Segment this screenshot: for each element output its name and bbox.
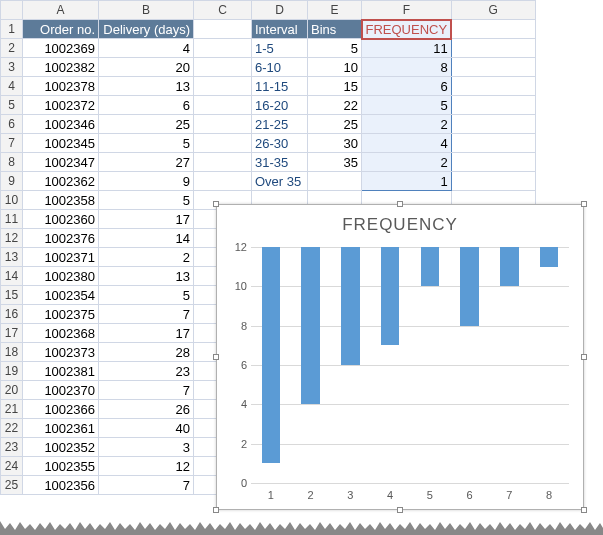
cell-A20[interactable]: 1002370: [23, 381, 99, 400]
cell-C9[interactable]: [194, 172, 252, 191]
cell-G7[interactable]: [451, 134, 535, 153]
cell-A4[interactable]: 1002378: [23, 77, 99, 96]
cell-B15[interactable]: 5: [99, 286, 194, 305]
col-header-F[interactable]: F: [362, 1, 452, 20]
cell-B4[interactable]: 13: [99, 77, 194, 96]
row-header[interactable]: 15: [1, 286, 23, 305]
cell-G3[interactable]: [451, 58, 535, 77]
cell-D2[interactable]: 1-5: [252, 39, 308, 58]
row-header[interactable]: 20: [1, 381, 23, 400]
cell-F3[interactable]: 8: [362, 58, 452, 77]
cell-A8[interactable]: 1002347: [23, 153, 99, 172]
cell-B16[interactable]: 7: [99, 305, 194, 324]
cell-B7[interactable]: 5: [99, 134, 194, 153]
row-header[interactable]: 21: [1, 400, 23, 419]
bar[interactable]: [341, 247, 359, 365]
cell-E3[interactable]: 10: [308, 58, 362, 77]
col-header-G[interactable]: G: [451, 1, 535, 20]
bar[interactable]: [301, 247, 319, 404]
cell-C2[interactable]: [194, 39, 252, 58]
cell-D8[interactable]: 31-35: [252, 153, 308, 172]
cell-E6[interactable]: 25: [308, 115, 362, 134]
cell-F4[interactable]: 6: [362, 77, 452, 96]
cell-F7[interactable]: 4: [362, 134, 452, 153]
cell-D9[interactable]: Over 35: [252, 172, 308, 191]
frequency-chart[interactable]: FREQUENCY 02468101212345678: [216, 204, 584, 510]
cell-F8[interactable]: 2: [362, 153, 452, 172]
cell-D7[interactable]: 26-30: [252, 134, 308, 153]
cell-B1[interactable]: Delivery (days): [99, 20, 194, 39]
cell-F1[interactable]: FREQUENCY: [362, 20, 452, 39]
row-header[interactable]: 10: [1, 191, 23, 210]
cell-B11[interactable]: 17: [99, 210, 194, 229]
cell-G9[interactable]: [451, 172, 535, 191]
cell-B14[interactable]: 13: [99, 267, 194, 286]
cell-A3[interactable]: 1002382: [23, 58, 99, 77]
cell-C4[interactable]: [194, 77, 252, 96]
cell-A10[interactable]: 1002358: [23, 191, 99, 210]
resize-handle[interactable]: [213, 201, 219, 207]
cell-B2[interactable]: 4: [99, 39, 194, 58]
resize-handle[interactable]: [581, 507, 587, 513]
row-header[interactable]: 2: [1, 39, 23, 58]
cell-A24[interactable]: 1002355: [23, 457, 99, 476]
cell-B3[interactable]: 20: [99, 58, 194, 77]
cell-B13[interactable]: 2: [99, 248, 194, 267]
cell-F9[interactable]: 1: [362, 172, 452, 191]
cell-B19[interactable]: 23: [99, 362, 194, 381]
cell-A13[interactable]: 1002371: [23, 248, 99, 267]
cell-E2[interactable]: 5: [308, 39, 362, 58]
cell-D5[interactable]: 16-20: [252, 96, 308, 115]
row-header[interactable]: 5: [1, 96, 23, 115]
cell-D3[interactable]: 6-10: [252, 58, 308, 77]
row-header[interactable]: 8: [1, 153, 23, 172]
resize-handle[interactable]: [397, 507, 403, 513]
cell-A17[interactable]: 1002368: [23, 324, 99, 343]
bar[interactable]: [500, 247, 518, 286]
row-header[interactable]: 7: [1, 134, 23, 153]
cell-A6[interactable]: 1002346: [23, 115, 99, 134]
cell-G5[interactable]: [451, 96, 535, 115]
cell-A21[interactable]: 1002366: [23, 400, 99, 419]
cell-A19[interactable]: 1002381: [23, 362, 99, 381]
cell-E8[interactable]: 35: [308, 153, 362, 172]
row-header[interactable]: 3: [1, 58, 23, 77]
cell-A12[interactable]: 1002376: [23, 229, 99, 248]
cell-B8[interactable]: 27: [99, 153, 194, 172]
cell-D4[interactable]: 11-15: [252, 77, 308, 96]
cell-A5[interactable]: 1002372: [23, 96, 99, 115]
cell-B20[interactable]: 7: [99, 381, 194, 400]
cell-C7[interactable]: [194, 134, 252, 153]
bar[interactable]: [460, 247, 478, 326]
cell-A1[interactable]: Order no.: [23, 20, 99, 39]
cell-F2[interactable]: 11: [362, 39, 452, 58]
bar[interactable]: [540, 247, 558, 267]
cell-G6[interactable]: [451, 115, 535, 134]
cell-G2[interactable]: [451, 39, 535, 58]
cell-F6[interactable]: 2: [362, 115, 452, 134]
cell-D6[interactable]: 21-25: [252, 115, 308, 134]
cell-B12[interactable]: 14: [99, 229, 194, 248]
cell-A23[interactable]: 1002352: [23, 438, 99, 457]
cell-E5[interactable]: 22: [308, 96, 362, 115]
row-header[interactable]: 17: [1, 324, 23, 343]
cell-E7[interactable]: 30: [308, 134, 362, 153]
bar[interactable]: [421, 247, 439, 286]
row-header[interactable]: 22: [1, 419, 23, 438]
cell-A9[interactable]: 1002362: [23, 172, 99, 191]
cell-B17[interactable]: 17: [99, 324, 194, 343]
col-header-E[interactable]: E: [308, 1, 362, 20]
row-header[interactable]: 16: [1, 305, 23, 324]
cell-A25[interactable]: 1002356: [23, 476, 99, 495]
row-header[interactable]: 19: [1, 362, 23, 381]
resize-handle[interactable]: [213, 354, 219, 360]
cell-E1[interactable]: Bins: [308, 20, 362, 39]
cell-C5[interactable]: [194, 96, 252, 115]
row-header[interactable]: 9: [1, 172, 23, 191]
row-header[interactable]: 14: [1, 267, 23, 286]
cell-A15[interactable]: 1002354: [23, 286, 99, 305]
cell-B22[interactable]: 40: [99, 419, 194, 438]
cell-B18[interactable]: 28: [99, 343, 194, 362]
cell-B24[interactable]: 12: [99, 457, 194, 476]
cell-A14[interactable]: 1002380: [23, 267, 99, 286]
